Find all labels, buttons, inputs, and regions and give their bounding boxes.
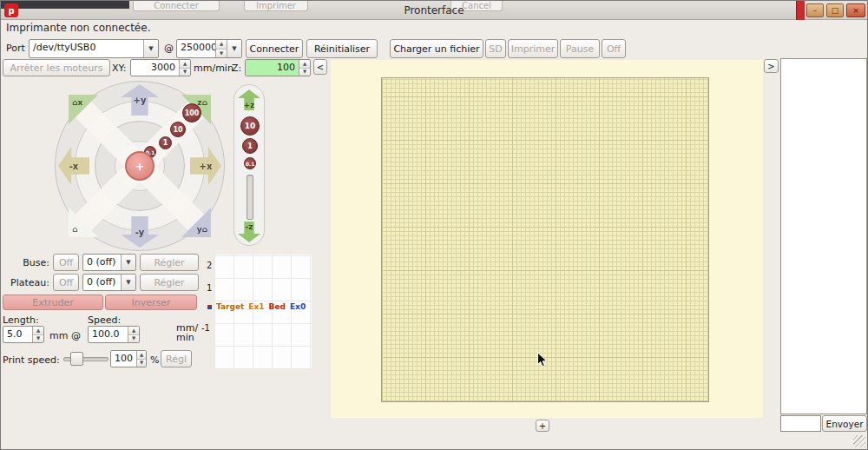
z-step-01-badge[interactable]: 0.1 <box>244 157 256 169</box>
close-button[interactable]: × <box>846 3 865 17</box>
espeed-spin-buttons[interactable]: ▲▼ <box>128 327 139 342</box>
nozzle-set-button[interactable]: Régler <box>140 254 199 271</box>
length-spin-up-icon[interactable]: ▲ <box>33 327 43 334</box>
print-speed-input[interactable]: 100 ▲▼ <box>110 350 147 367</box>
nozzle-off-button[interactable]: Off <box>53 254 79 271</box>
z-feed-label: Z: <box>232 63 241 74</box>
sd-button[interactable]: SD <box>485 39 506 58</box>
zoom-in-button[interactable]: + <box>536 420 549 432</box>
z-feed-spin-buttons[interactable]: ▲▼ <box>299 60 310 76</box>
baud-value[interactable]: 250000 <box>177 40 215 57</box>
jog-step-1-badge[interactable]: 1 <box>159 136 172 149</box>
bed-viewport <box>331 60 763 418</box>
espeed-spin-up-icon[interactable]: ▲ <box>128 327 139 334</box>
feed-unit-label: mm/min <box>194 63 233 74</box>
legend-ex1: Ex1 <box>248 302 264 311</box>
accent-strip <box>796 1 805 20</box>
print-button[interactable]: Imprimer <box>508 39 558 58</box>
baud-spin-buttons[interactable]: ▲▼ <box>215 40 227 57</box>
xy-feed-spin-buttons[interactable]: ▲▼ <box>179 60 190 76</box>
collapse-left-button[interactable]: < <box>313 59 327 75</box>
xy-spin-up-icon[interactable]: ▲ <box>180 60 190 68</box>
length-spin-buttons[interactable]: ▲▼ <box>32 327 43 342</box>
connect-button[interactable]: Connecter <box>246 39 303 58</box>
extrude-button[interactable]: Extruder <box>3 294 103 310</box>
bed-label: Plateau: <box>8 277 49 288</box>
at-label: @ <box>164 43 174 54</box>
reverse-button[interactable]: Inverser <box>105 294 197 310</box>
stop-motors-button[interactable]: Arrêter les moteurs <box>3 59 110 76</box>
jog-hub-cross-icon: + <box>135 160 145 173</box>
extrude-speed-value[interactable]: 100.0 <box>89 327 128 342</box>
title-bar[interactable]: p Connecter Imprimer Cancel Pronterface … <box>1 1 867 20</box>
length-spin-down-icon[interactable]: ▼ <box>33 334 43 343</box>
extrude-speed-input[interactable]: 100.0 ▲▼ <box>88 326 140 343</box>
jog-center-hub[interactable]: + <box>125 151 155 181</box>
pspeed-spin-up-icon[interactable]: ▲ <box>137 351 146 359</box>
mouse-cursor <box>536 352 548 368</box>
nozzle-temp-value[interactable]: 0 (off) <box>83 255 121 270</box>
home-x-label: ⌂x <box>72 98 82 107</box>
port-dropdown-icon[interactable]: ▼ <box>143 40 158 57</box>
command-input[interactable] <box>780 415 821 432</box>
jog-step-10-badge[interactable]: 10 <box>170 122 186 137</box>
z-step-1-badge[interactable]: 1 <box>242 138 258 154</box>
port-combo[interactable]: /dev/ttyUSB0 ▼ <box>29 39 159 58</box>
print-speed-label: Print speed: <box>3 354 60 366</box>
z-feed-value[interactable]: 100 <box>246 60 299 76</box>
bed-temp-value[interactable]: 0 (off) <box>83 275 121 290</box>
port-value[interactable]: /dev/ttyUSB0 <box>30 40 143 57</box>
reset-button[interactable]: Réinitialiser <box>306 39 378 58</box>
log-output[interactable] <box>780 58 867 414</box>
graph-tick-neg1: -1 <box>201 323 210 333</box>
graph-tick-2: 2 <box>207 261 212 270</box>
jog-pad: ⌂x z⌂ ⌂ y⌂ +y -y -x +x 100 10 1 0.1 + <box>55 81 225 251</box>
baud-spin-down-icon[interactable]: ▼ <box>216 49 227 58</box>
app-icon-letter: p <box>8 6 14 16</box>
espeed-spin-down-icon[interactable]: ▼ <box>128 334 139 343</box>
print-speed-slider[interactable] <box>63 351 108 367</box>
baud-spin-up-icon[interactable]: ▲ <box>216 40 227 49</box>
z-minus-button[interactable]: -z <box>238 222 260 242</box>
send-button[interactable]: Envoyer <box>822 415 867 432</box>
z-slider-track[interactable] <box>247 175 253 220</box>
nozzle-temp-dropdown-icon[interactable]: ▼ <box>121 255 135 270</box>
extrude-length-input[interactable]: 5.0 ▲▼ <box>3 326 44 343</box>
bed-off-button[interactable]: Off <box>53 274 79 291</box>
extrude-length-value[interactable]: 5.0 <box>3 327 32 342</box>
z-plus-button[interactable]: +z <box>238 89 260 110</box>
pause-button[interactable]: Pause <box>560 39 600 58</box>
status-bar: Imprimante non connectée. <box>1 18 867 36</box>
xy-feed-input[interactable]: 3000 ▲▼ <box>130 59 191 76</box>
bed-temp-combo[interactable]: 0 (off) ▼ <box>82 274 136 291</box>
percent-label: % <box>150 354 159 366</box>
maximize-button[interactable]: □ <box>826 3 844 17</box>
load-file-button[interactable]: Charger un fichier <box>390 39 483 58</box>
xy-feed-value[interactable]: 3000 <box>131 60 179 76</box>
xy-spin-down-icon[interactable]: ▼ <box>180 68 190 76</box>
print-speed-slider-handle[interactable] <box>70 352 83 366</box>
nozzle-temp-combo[interactable]: 0 (off) ▼ <box>82 254 136 271</box>
jog-step-100-badge[interactable]: 100 <box>182 103 201 122</box>
z-spin-down-icon[interactable]: ▼ <box>299 68 310 76</box>
pspeed-spin-down-icon[interactable]: ▼ <box>137 359 146 367</box>
speed-label: Speed: <box>88 314 121 326</box>
temperature-graph <box>214 255 312 369</box>
off-button[interactable]: Off <box>602 39 626 58</box>
legend-ex0: Ex0 <box>290 302 306 311</box>
bed-temp-dropdown-icon[interactable]: ▼ <box>121 275 135 290</box>
baud-combo[interactable]: 250000 ▲▼ ▼ <box>176 39 242 58</box>
z-feed-input[interactable]: 100 ▲▼ <box>245 59 311 76</box>
window-title: Pronterface <box>1 1 867 20</box>
resize-grip[interactable] <box>853 435 865 447</box>
z-spin-up-icon[interactable]: ▲ <box>299 60 310 68</box>
bed-set-button[interactable]: Régler <box>140 274 199 291</box>
collapse-right-button[interactable]: > <box>764 59 779 73</box>
pspeed-spin-buttons[interactable]: ▲▼ <box>136 351 146 367</box>
print-speed-value[interactable]: 100 <box>111 351 136 367</box>
print-speed-set-button[interactable]: Régl <box>161 350 192 367</box>
baud-dropdown-icon[interactable]: ▼ <box>227 40 241 57</box>
home-y-label: y⌂ <box>197 225 207 234</box>
z-step-10-badge[interactable]: 10 <box>240 116 260 136</box>
minimize-button[interactable]: – <box>806 3 824 17</box>
